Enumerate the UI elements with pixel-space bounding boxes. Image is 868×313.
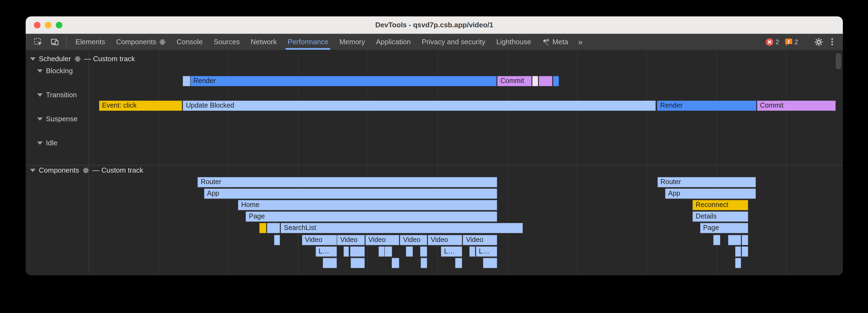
- flame-bar[interactable]: [274, 235, 280, 245]
- flame-bar[interactable]: [406, 246, 413, 257]
- collapse-triangle-icon: [30, 169, 36, 172]
- zoom-window-button[interactable]: [56, 22, 62, 28]
- tab-sources[interactable]: Sources: [208, 34, 245, 50]
- flame-bar[interactable]: [420, 258, 427, 268]
- warning-icon: [784, 38, 792, 46]
- flame-bar-video[interactable]: Video: [302, 235, 337, 245]
- tab-privacy-and-security[interactable]: Privacy and security: [416, 34, 491, 50]
- lane-label-suspense[interactable]: Suspense: [37, 115, 78, 123]
- flame-bar[interactable]: [741, 235, 748, 245]
- flame-bar-page[interactable]: Page: [700, 223, 748, 233]
- tab-label: Components: [116, 38, 156, 46]
- tab-label: Network: [251, 38, 277, 46]
- device-toolbar-icon[interactable]: [46, 34, 63, 50]
- flame-bar[interactable]: [455, 258, 462, 268]
- flame-bar-l-[interactable]: L…: [441, 246, 462, 257]
- flame-bar-video[interactable]: Video: [428, 235, 462, 245]
- more-tabs-button[interactable]: »: [574, 34, 588, 50]
- tab-label: Privacy and security: [422, 38, 486, 46]
- flame-bar[interactable]: [259, 223, 266, 233]
- flame-bar-home[interactable]: Home: [238, 200, 497, 210]
- tab-memory[interactable]: Memory: [334, 34, 371, 50]
- flame-bar[interactable]: [350, 258, 365, 268]
- track-separator: [26, 165, 843, 166]
- flame-bar[interactable]: [267, 223, 280, 233]
- flame-bar-event-click[interactable]: Event: click: [99, 101, 182, 111]
- react-atom-icon: [82, 167, 89, 173]
- collapse-triangle-icon: [37, 93, 43, 96]
- flame-bar[interactable]: [735, 246, 741, 257]
- flame-bar[interactable]: [532, 76, 538, 86]
- flame-bar-video[interactable]: Video: [400, 235, 427, 245]
- flame-bar-searchlist[interactable]: SearchList: [281, 223, 523, 233]
- flame-bar[interactable]: [384, 246, 392, 257]
- flame-bar-commit[interactable]: Commit: [497, 76, 532, 86]
- tab-application[interactable]: Application: [371, 34, 416, 50]
- flame-bar-app[interactable]: App: [665, 188, 755, 199]
- flame-bar-video[interactable]: Video: [337, 235, 365, 245]
- tab-components[interactable]: Components: [111, 34, 171, 50]
- issues-badge[interactable]: 2: [784, 38, 798, 46]
- tab-meta[interactable]: Meta: [536, 34, 574, 50]
- close-window-button[interactable]: [34, 22, 40, 28]
- tab-lighthouse[interactable]: Lighthouse: [491, 34, 536, 50]
- collapse-triangle-icon: [37, 69, 43, 72]
- flame-bar[interactable]: [420, 246, 427, 257]
- collapse-triangle-icon: [30, 57, 36, 60]
- tab-elements[interactable]: Elements: [70, 34, 111, 50]
- flame-bar-video[interactable]: Video: [463, 235, 497, 245]
- traffic-lights: [34, 16, 62, 33]
- flame-bar[interactable]: [350, 246, 365, 257]
- error-count: 2: [776, 38, 779, 46]
- flame-bar[interactable]: [182, 76, 190, 86]
- flame-bar-app[interactable]: App: [204, 188, 497, 199]
- flame-bar[interactable]: [735, 258, 741, 268]
- flame-bar[interactable]: [322, 258, 337, 268]
- tab-network[interactable]: Network: [245, 34, 282, 50]
- flame-bar-render[interactable]: Render: [190, 76, 496, 86]
- flame-bar-router[interactable]: Router: [197, 177, 497, 187]
- lane-label-blocking[interactable]: Blocking: [37, 67, 73, 75]
- track-header-components[interactable]: Components — Custom track: [30, 166, 143, 174]
- lane-label-idle[interactable]: Idle: [37, 139, 57, 147]
- settings-gear-icon[interactable]: [811, 37, 827, 46]
- flame-bar[interactable]: [483, 258, 497, 268]
- flame-bar-render[interactable]: Render: [657, 101, 756, 111]
- flame-bar-l-[interactable]: L…: [315, 246, 337, 257]
- tab-console[interactable]: Console: [171, 34, 208, 50]
- flame-bar-reconnect[interactable]: Reconnect: [692, 200, 748, 210]
- flame-bar[interactable]: [343, 246, 349, 257]
- flame-bar[interactable]: [539, 76, 552, 86]
- lane-label-transition[interactable]: Transition: [37, 91, 77, 99]
- lane-title: Idle: [46, 139, 57, 147]
- flame-bar[interactable]: [469, 246, 475, 257]
- flame-bar[interactable]: [392, 258, 399, 268]
- flame-bar-commit[interactable]: Commit: [757, 101, 835, 111]
- toolbar-right: 2 2: [766, 34, 843, 50]
- gridline: [89, 50, 89, 273]
- window-title: DevTools - qsvd7p.csb.app/video/1: [375, 21, 493, 29]
- scrollbar-thumb[interactable]: [836, 53, 841, 69]
- inspect-icon[interactable]: [30, 34, 46, 50]
- flame-bar[interactable]: [713, 235, 720, 245]
- flame-bar[interactable]: [728, 235, 741, 245]
- console-errors-badge[interactable]: 2: [766, 38, 779, 46]
- wrench-hammer-icon: [542, 38, 550, 46]
- kebab-menu-icon[interactable]: [827, 38, 837, 46]
- gridline: [786, 50, 786, 273]
- flame-bar-router[interactable]: Router: [657, 177, 755, 187]
- gridline: [158, 50, 159, 273]
- flame-bar-l-[interactable]: L…: [475, 246, 497, 257]
- flame-bar[interactable]: [553, 76, 559, 86]
- track-header-scheduler[interactable]: Scheduler — Custom track: [30, 55, 135, 63]
- flame-bar-details[interactable]: Details: [692, 211, 748, 222]
- toolbar-divider: [66, 37, 67, 46]
- flame-bar-update-blocked[interactable]: Update Blocked: [183, 101, 656, 111]
- minimize-window-button[interactable]: [45, 22, 52, 28]
- tab-performance[interactable]: Performance: [282, 34, 334, 50]
- flame-bar-video[interactable]: Video: [365, 235, 399, 245]
- error-icon: [766, 38, 773, 46]
- flame-bar[interactable]: [741, 246, 748, 257]
- flame-bar-page[interactable]: Page: [246, 211, 497, 222]
- flame-bar[interactable]: [378, 246, 384, 257]
